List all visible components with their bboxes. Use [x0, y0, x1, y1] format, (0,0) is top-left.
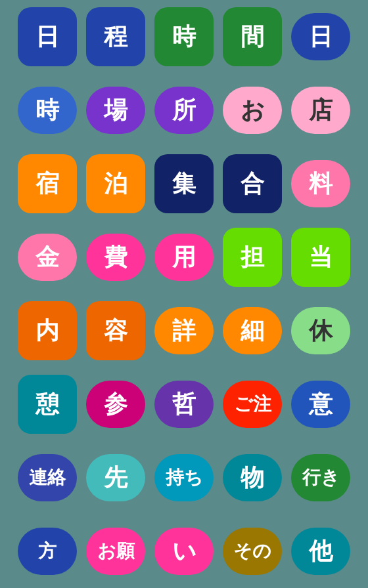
- grid-cell: 用: [151, 222, 217, 293]
- badge-b28[interactable]: 哲: [154, 381, 214, 428]
- badge-b16[interactable]: 金: [18, 234, 77, 281]
- grid-cell: 当: [288, 222, 354, 293]
- badge-b40[interactable]: 他: [291, 528, 350, 575]
- grid-cell: お: [219, 75, 285, 146]
- badge-b21[interactable]: 内: [18, 301, 77, 360]
- grid-cell: 日: [288, 1, 354, 72]
- grid-cell: 所: [151, 75, 217, 146]
- badge-b23[interactable]: 詳: [154, 307, 214, 354]
- grid-cell: 詳: [151, 295, 217, 366]
- grid-cell: 休: [288, 295, 354, 366]
- grid-cell: 泊: [83, 148, 149, 219]
- badge-b27[interactable]: 参: [86, 381, 145, 428]
- grid-cell: お願: [83, 516, 149, 587]
- grid-cell: 集: [151, 148, 217, 219]
- grid-cell: 時: [14, 75, 80, 146]
- grid-cell: 内: [14, 295, 80, 366]
- grid-cell: 容: [83, 295, 149, 366]
- badge-b35[interactable]: 行き: [291, 454, 350, 501]
- badge-b1[interactable]: 日: [18, 7, 77, 66]
- badge-b10[interactable]: 店: [291, 87, 350, 134]
- grid-cell: い: [151, 516, 217, 587]
- grid-cell: 意: [288, 369, 354, 440]
- badge-b19[interactable]: 担: [223, 228, 282, 287]
- grid-cell: 時: [151, 1, 217, 72]
- badge-b31[interactable]: 連絡: [18, 454, 77, 501]
- badge-b4[interactable]: 間: [223, 7, 282, 66]
- badge-b8[interactable]: 所: [154, 87, 214, 134]
- grid-cell: 間: [219, 1, 285, 72]
- badge-b20[interactable]: 当: [291, 228, 350, 287]
- grid-cell: 憩: [14, 369, 80, 440]
- grid-cell: 店: [288, 75, 354, 146]
- grid-cell: 細: [219, 295, 285, 366]
- badge-b37[interactable]: お願: [86, 528, 145, 575]
- grid-cell: 料: [288, 148, 354, 219]
- badge-b32[interactable]: 先: [86, 454, 145, 501]
- grid-cell: 他: [288, 516, 354, 587]
- badge-b2[interactable]: 程: [86, 7, 145, 66]
- badge-b34[interactable]: 物: [223, 454, 282, 501]
- grid-cell: 行き: [288, 442, 354, 513]
- grid-cell: 宿: [14, 148, 80, 219]
- grid-cell: 先: [83, 442, 149, 513]
- grid-cell: 方: [14, 516, 80, 587]
- badge-b9[interactable]: お: [223, 87, 282, 134]
- grid-cell: その: [219, 516, 285, 587]
- badge-b22[interactable]: 容: [86, 301, 145, 360]
- badge-b18[interactable]: 用: [154, 234, 214, 281]
- badge-b17[interactable]: 費: [86, 234, 145, 281]
- grid-cell: 連絡: [14, 442, 80, 513]
- grid-cell: 程: [83, 1, 149, 72]
- badge-b14[interactable]: 合: [223, 154, 282, 213]
- grid-cell: 物: [219, 442, 285, 513]
- grid-cell: 担: [219, 222, 285, 293]
- badge-grid: 日程時間日時場所お店宿泊集合料金費用担当内容詳細休憩参哲ご注意連絡先持ち物行き方…: [8, 0, 360, 588]
- grid-cell: 金: [14, 222, 80, 293]
- grid-cell: 持ち: [151, 442, 217, 513]
- badge-b39[interactable]: その: [223, 528, 282, 575]
- badge-b13[interactable]: 集: [154, 154, 214, 213]
- badge-b29[interactable]: ご注: [223, 381, 282, 428]
- grid-cell: 場: [83, 75, 149, 146]
- badge-b3[interactable]: 時: [154, 7, 214, 66]
- badge-b5[interactable]: 日: [291, 13, 350, 60]
- grid-cell: 参: [83, 369, 149, 440]
- badge-b12[interactable]: 泊: [86, 154, 145, 213]
- badge-b26[interactable]: 憩: [18, 375, 77, 434]
- badge-b24[interactable]: 細: [223, 307, 282, 354]
- grid-cell: 哲: [151, 369, 217, 440]
- badge-b36[interactable]: 方: [18, 528, 77, 575]
- badge-b33[interactable]: 持ち: [154, 454, 214, 501]
- badge-b38[interactable]: い: [154, 528, 214, 575]
- grid-cell: 日: [14, 1, 80, 72]
- badge-b30[interactable]: 意: [291, 381, 350, 428]
- badge-b25[interactable]: 休: [291, 307, 350, 354]
- grid-cell: 合: [219, 148, 285, 219]
- badge-b6[interactable]: 時: [18, 87, 77, 134]
- badge-b11[interactable]: 宿: [18, 154, 77, 213]
- badge-b15[interactable]: 料: [291, 160, 350, 207]
- badge-b7[interactable]: 場: [86, 87, 145, 134]
- grid-cell: 費: [83, 222, 149, 293]
- grid-cell: ご注: [219, 369, 285, 440]
